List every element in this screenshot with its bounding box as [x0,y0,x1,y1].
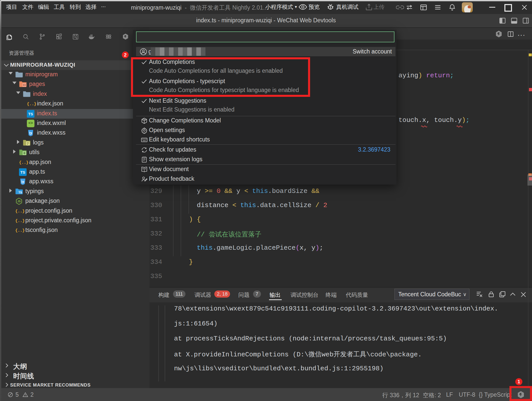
svg-text:JS: JS [17,200,21,203]
svg-text:TS: TS [18,191,22,194]
svg-text:<>: <> [23,84,26,87]
